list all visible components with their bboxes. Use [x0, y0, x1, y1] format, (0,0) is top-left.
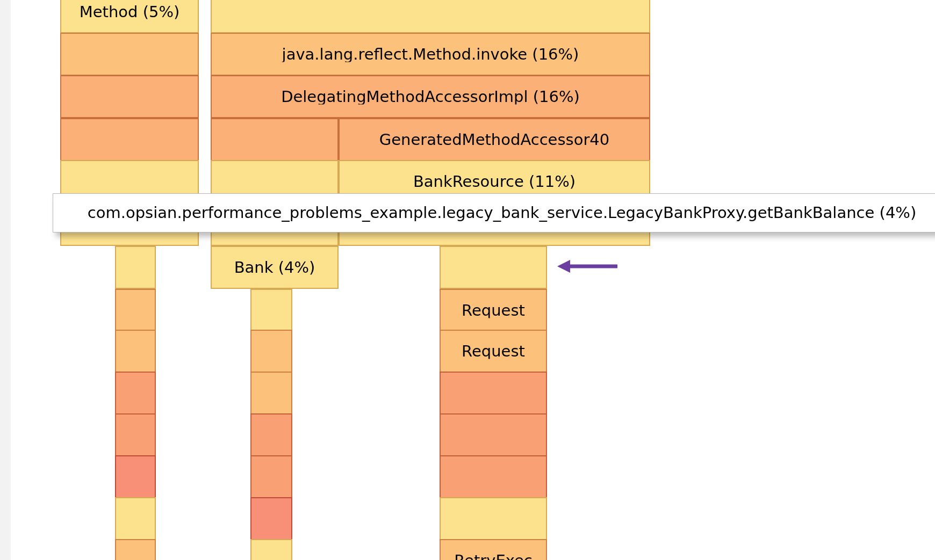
- annotation-arrow-icon: [557, 256, 622, 277]
- svg-marker-1: [557, 260, 570, 273]
- flame-frame[interactable]: RetryExec: [440, 539, 547, 560]
- flame-frame[interactable]: [115, 372, 156, 414]
- flame-frame[interactable]: [440, 455, 547, 498]
- flame-frame[interactable]: java.lang.reflect.Method.invoke (16%): [211, 33, 650, 76]
- frame-tooltip: com.opsian.performance_problems_example.…: [53, 193, 935, 232]
- flame-frame[interactable]: [250, 372, 292, 414]
- flame-frame[interactable]: [250, 497, 292, 540]
- flame-frame[interactable]: [115, 289, 156, 332]
- flame-frame[interactable]: [440, 497, 547, 540]
- flame-frame[interactable]: [115, 539, 156, 560]
- flame-frame[interactable]: [250, 455, 292, 498]
- tooltip-text: com.opsian.performance_problems_example.…: [88, 203, 916, 222]
- flame-frame[interactable]: [115, 246, 156, 289]
- flame-frame[interactable]: [211, 118, 339, 161]
- flame-frame[interactable]: [250, 539, 292, 560]
- flame-frame-label: Request: [462, 344, 525, 359]
- flame-frame[interactable]: [60, 33, 199, 76]
- flame-frame[interactable]: [440, 413, 547, 456]
- flame-frame[interactable]: [211, 0, 650, 33]
- flame-frame-label: BankResource (11%): [413, 174, 576, 190]
- flame-frame[interactable]: Request: [440, 289, 547, 332]
- flame-frame-label: DelegatingMethodAccessorImpl (16%): [281, 89, 580, 105]
- flame-frame[interactable]: [250, 289, 292, 332]
- flame-frame-label: GeneratedMethodAccessor40: [379, 132, 609, 148]
- flame-frame[interactable]: [440, 372, 547, 414]
- flame-frame-label: java.lang.reflect.Method.invoke (16%): [282, 47, 579, 62]
- left-gutter: [0, 0, 11, 560]
- flame-frame-label: Bank (4%): [234, 260, 315, 275]
- flame-frame[interactable]: [250, 330, 292, 373]
- flame-frame[interactable]: [115, 455, 156, 498]
- flame-frame[interactable]: Method (5%): [60, 0, 199, 33]
- flame-frame[interactable]: [440, 246, 547, 289]
- flame-frame-label: RetryExec: [454, 553, 533, 561]
- flame-frame[interactable]: GeneratedMethodAccessor40: [339, 118, 650, 161]
- flame-frame-label: Method (5%): [80, 4, 180, 20]
- flame-frame-label: Request: [462, 303, 525, 318]
- flame-frame[interactable]: DelegatingMethodAccessorImpl (16%): [211, 75, 650, 118]
- flame-frame[interactable]: [115, 497, 156, 540]
- flame-frame[interactable]: Bank (4%): [211, 246, 339, 289]
- flame-frame[interactable]: [115, 413, 156, 456]
- flame-frame[interactable]: Request: [440, 330, 547, 373]
- flame-frame[interactable]: [60, 75, 199, 118]
- flame-frame[interactable]: [250, 413, 292, 456]
- flame-frame[interactable]: [60, 118, 199, 161]
- flame-frame[interactable]: [115, 330, 156, 373]
